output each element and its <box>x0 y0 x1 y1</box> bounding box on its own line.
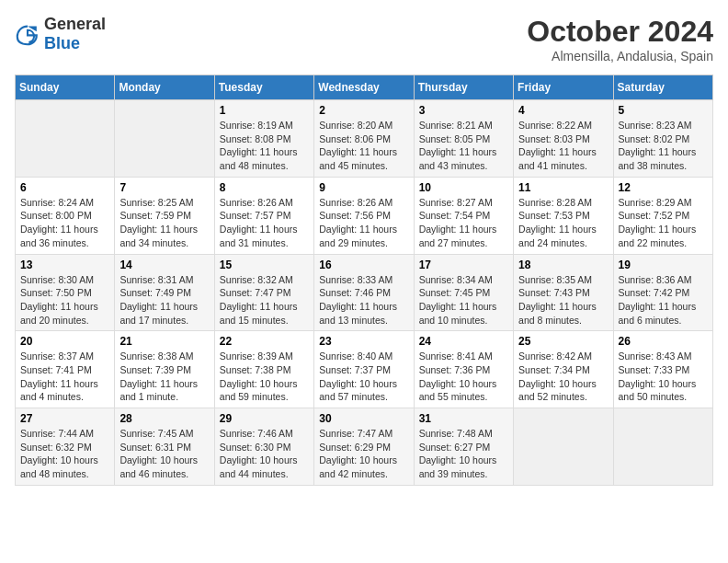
day-number: 21 <box>119 335 209 348</box>
day-number: 8 <box>220 181 309 194</box>
day-number: 27 <box>20 412 109 425</box>
week-row-4: 20Sunrise: 8:37 AMSunset: 7:41 PMDayligh… <box>16 331 713 408</box>
week-row-3: 13Sunrise: 8:30 AMSunset: 7:50 PMDayligh… <box>16 254 713 331</box>
day-info: Sunrise: 8:40 AMSunset: 7:37 PMDaylight:… <box>319 350 397 402</box>
day-info: Sunrise: 7:45 AMSunset: 6:31 PMDaylight:… <box>119 428 198 479</box>
day-number: 10 <box>419 181 508 194</box>
day-info: Sunrise: 8:34 AMSunset: 7:45 PMDaylight:… <box>419 274 497 326</box>
day-info: Sunrise: 8:36 AMSunset: 7:42 PMDaylight:… <box>619 274 697 326</box>
day-info: Sunrise: 8:25 AMSunset: 7:59 PMDaylight:… <box>119 197 198 248</box>
calendar-cell: 20Sunrise: 8:37 AMSunset: 7:41 PMDayligh… <box>16 331 115 408</box>
day-info: Sunrise: 7:46 AMSunset: 6:30 PMDaylight:… <box>220 428 298 479</box>
calendar-cell: 6Sunrise: 8:24 AMSunset: 8:00 PMDaylight… <box>16 177 115 254</box>
calendar-cell: 26Sunrise: 8:43 AMSunset: 7:33 PMDayligh… <box>613 331 712 408</box>
day-info: Sunrise: 8:41 AMSunset: 7:36 PMDaylight:… <box>419 350 497 402</box>
day-info: Sunrise: 8:29 AMSunset: 7:52 PMDaylight:… <box>619 197 697 248</box>
day-info: Sunrise: 8:27 AMSunset: 7:54 PMDaylight:… <box>419 197 497 248</box>
day-number: 2 <box>319 104 408 117</box>
day-number: 30 <box>319 412 408 425</box>
day-number: 22 <box>220 335 309 348</box>
calendar-cell: 4Sunrise: 8:22 AMSunset: 8:03 PMDaylight… <box>514 100 613 178</box>
day-info: Sunrise: 8:30 AMSunset: 7:50 PMDaylight:… <box>20 274 98 326</box>
header-friday: Friday <box>514 75 613 100</box>
calendar-cell: 28Sunrise: 7:45 AMSunset: 6:31 PMDayligh… <box>115 408 214 486</box>
header-monday: Monday <box>115 75 214 100</box>
header-tuesday: Tuesday <box>214 75 313 100</box>
header-saturday: Saturday <box>613 75 712 100</box>
calendar-cell: 7Sunrise: 8:25 AMSunset: 7:59 PMDaylight… <box>115 177 214 254</box>
day-number: 7 <box>119 181 209 194</box>
day-number: 15 <box>220 259 309 271</box>
day-info: Sunrise: 8:38 AMSunset: 7:39 PMDaylight:… <box>119 350 198 402</box>
calendar-cell: 9Sunrise: 8:26 AMSunset: 7:56 PMDaylight… <box>314 177 414 254</box>
weekday-header-row: Sunday Monday Tuesday Wednesday Thursday… <box>16 75 713 100</box>
calendar-cell <box>514 408 613 486</box>
page-header: General Blue October 2024 Almensilla, An… <box>15 15 713 63</box>
day-number: 29 <box>220 412 309 425</box>
calendar-cell: 11Sunrise: 8:28 AMSunset: 7:53 PMDayligh… <box>514 177 613 254</box>
day-info: Sunrise: 8:31 AMSunset: 7:49 PMDaylight:… <box>119 274 198 326</box>
week-row-5: 27Sunrise: 7:44 AMSunset: 6:32 PMDayligh… <box>16 408 713 486</box>
calendar-cell: 21Sunrise: 8:38 AMSunset: 7:39 PMDayligh… <box>115 331 214 408</box>
day-number: 19 <box>619 259 708 271</box>
month-title: October 2024 <box>527 15 713 49</box>
day-info: Sunrise: 8:35 AMSunset: 7:43 PMDaylight:… <box>518 274 597 326</box>
day-number: 13 <box>20 259 109 271</box>
logo-blue: Blue <box>44 34 80 52</box>
day-info: Sunrise: 8:19 AMSunset: 8:08 PMDaylight:… <box>220 120 298 171</box>
calendar-cell: 16Sunrise: 8:33 AMSunset: 7:46 PMDayligh… <box>314 254 414 331</box>
day-info: Sunrise: 8:26 AMSunset: 7:57 PMDaylight:… <box>220 197 298 248</box>
calendar-cell: 10Sunrise: 8:27 AMSunset: 7:54 PMDayligh… <box>414 177 513 254</box>
header-sunday: Sunday <box>16 75 115 100</box>
calendar-cell: 30Sunrise: 7:47 AMSunset: 6:29 PMDayligh… <box>314 408 414 486</box>
title-block: October 2024 Almensilla, Andalusia, Spai… <box>527 15 713 63</box>
day-number: 5 <box>619 104 708 117</box>
day-info: Sunrise: 8:23 AMSunset: 8:02 PMDaylight:… <box>619 120 697 171</box>
calendar-cell: 29Sunrise: 7:46 AMSunset: 6:30 PMDayligh… <box>214 408 313 486</box>
day-number: 17 <box>419 259 508 271</box>
calendar-cell: 31Sunrise: 7:48 AMSunset: 6:27 PMDayligh… <box>414 408 513 486</box>
calendar-cell: 13Sunrise: 8:30 AMSunset: 7:50 PMDayligh… <box>16 254 115 331</box>
day-number: 26 <box>619 335 708 348</box>
day-info: Sunrise: 8:21 AMSunset: 8:05 PMDaylight:… <box>419 120 497 171</box>
calendar-cell: 14Sunrise: 8:31 AMSunset: 7:49 PMDayligh… <box>115 254 214 331</box>
calendar-cell: 2Sunrise: 8:20 AMSunset: 8:06 PMDaylight… <box>314 100 414 178</box>
day-number: 4 <box>518 104 608 117</box>
calendar-cell: 8Sunrise: 8:26 AMSunset: 7:57 PMDaylight… <box>214 177 313 254</box>
day-info: Sunrise: 8:42 AMSunset: 7:34 PMDaylight:… <box>518 350 597 402</box>
calendar-cell: 25Sunrise: 8:42 AMSunset: 7:34 PMDayligh… <box>514 331 613 408</box>
calendar-cell <box>613 408 712 486</box>
day-number: 20 <box>20 335 109 348</box>
logo-icon <box>15 21 40 47</box>
calendar-cell: 5Sunrise: 8:23 AMSunset: 8:02 PMDaylight… <box>613 100 712 178</box>
calendar-cell: 17Sunrise: 8:34 AMSunset: 7:45 PMDayligh… <box>414 254 513 331</box>
calendar-cell: 15Sunrise: 8:32 AMSunset: 7:47 PMDayligh… <box>214 254 313 331</box>
day-number: 12 <box>619 181 708 194</box>
location: Almensilla, Andalusia, Spain <box>527 49 713 63</box>
header-wednesday: Wednesday <box>314 75 414 100</box>
week-row-1: 1Sunrise: 8:19 AMSunset: 8:08 PMDaylight… <box>16 100 713 178</box>
day-info: Sunrise: 8:28 AMSunset: 7:53 PMDaylight:… <box>518 197 597 248</box>
day-info: Sunrise: 8:33 AMSunset: 7:46 PMDaylight:… <box>319 274 397 326</box>
day-info: Sunrise: 8:32 AMSunset: 7:47 PMDaylight:… <box>220 274 298 326</box>
day-info: Sunrise: 7:48 AMSunset: 6:27 PMDaylight:… <box>419 428 497 479</box>
day-number: 18 <box>518 259 608 271</box>
day-info: Sunrise: 8:37 AMSunset: 7:41 PMDaylight:… <box>20 350 98 402</box>
day-info: Sunrise: 8:24 AMSunset: 8:00 PMDaylight:… <box>20 197 98 248</box>
day-number: 24 <box>419 335 508 348</box>
calendar-cell: 18Sunrise: 8:35 AMSunset: 7:43 PMDayligh… <box>514 254 613 331</box>
logo: General Blue <box>15 15 106 53</box>
day-number: 31 <box>419 412 508 425</box>
day-number: 23 <box>319 335 408 348</box>
day-info: Sunrise: 8:22 AMSunset: 8:03 PMDaylight:… <box>518 120 597 171</box>
day-number: 25 <box>518 335 608 348</box>
calendar-cell: 27Sunrise: 7:44 AMSunset: 6:32 PMDayligh… <box>16 408 115 486</box>
header-thursday: Thursday <box>414 75 513 100</box>
day-number: 6 <box>20 181 109 194</box>
day-number: 1 <box>220 104 309 117</box>
day-info: Sunrise: 7:47 AMSunset: 6:29 PMDaylight:… <box>319 428 397 479</box>
calendar-cell <box>16 100 115 178</box>
calendar-cell: 3Sunrise: 8:21 AMSunset: 8:05 PMDaylight… <box>414 100 513 178</box>
logo-general: General <box>44 15 106 33</box>
day-number: 9 <box>319 181 408 194</box>
